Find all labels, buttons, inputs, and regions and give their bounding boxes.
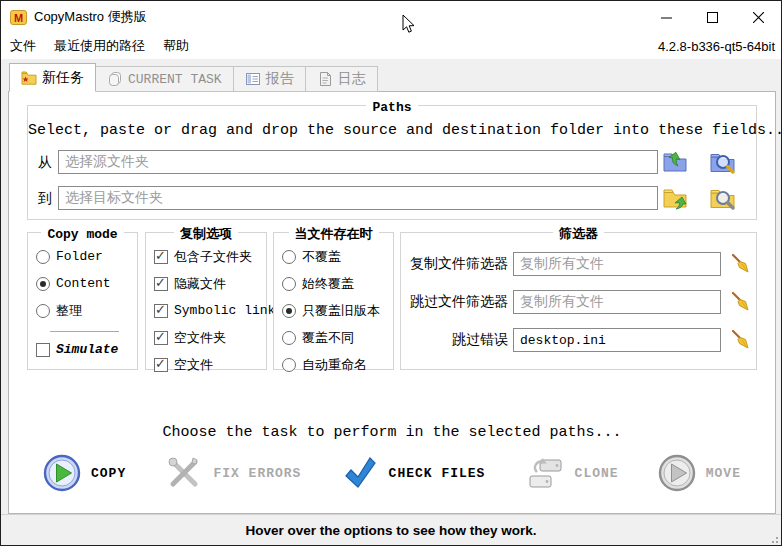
source-folder-input[interactable] bbox=[58, 150, 658, 174]
tab-report[interactable]: 报告 bbox=[234, 66, 306, 92]
version-label: 4.2.8-b336-qt5-64bit bbox=[658, 39, 775, 54]
filters-groupbox: 筛选器 复制文件筛选器 跳过文件筛选器 bbox=[400, 232, 757, 370]
radio-icon bbox=[36, 250, 50, 264]
file-exists-groupbox: 当文件存在时 不覆盖 始终覆盖 只覆盖旧版本 覆盖不同 bbox=[273, 232, 394, 370]
clear-skip-errors-button[interactable] bbox=[729, 328, 753, 352]
skip-filter-label: 跳过文件筛选器 bbox=[407, 293, 508, 311]
new-task-folder-star-icon bbox=[21, 70, 37, 86]
radio-no-overwrite[interactable]: 不覆盖 bbox=[282, 246, 389, 267]
close-button[interactable] bbox=[735, 1, 781, 33]
task-instruction: Choose the task to perform in the select… bbox=[9, 424, 775, 441]
paste-source-button[interactable] bbox=[661, 147, 691, 177]
copy-filter-label: 复制文件筛选器 bbox=[407, 255, 508, 273]
checkbox-simulate[interactable]: Simulate bbox=[36, 339, 133, 360]
to-label: 到 bbox=[38, 190, 52, 208]
paths-group-title: Paths bbox=[366, 100, 417, 115]
browse-source-button[interactable] bbox=[709, 147, 739, 177]
window-controls bbox=[643, 1, 781, 33]
checkbox-checked-icon bbox=[154, 304, 168, 318]
radio-icon bbox=[282, 250, 296, 264]
radio-organize[interactable]: 整理 bbox=[36, 300, 133, 321]
broom-icon bbox=[729, 253, 751, 275]
blue-checkmark-icon bbox=[341, 454, 379, 492]
fix-errors-task-button[interactable]: FIX ERRORS bbox=[159, 450, 307, 496]
report-icon bbox=[245, 71, 261, 87]
menu-file[interactable]: 文件 bbox=[1, 33, 45, 59]
copy-task-button[interactable]: COPY bbox=[37, 450, 132, 496]
menu-help[interactable]: 帮助 bbox=[154, 33, 198, 59]
svg-text:M: M bbox=[14, 11, 23, 23]
source-path-row: 从 bbox=[28, 150, 756, 176]
checkbox-empty-files[interactable]: 空文件 bbox=[154, 354, 262, 375]
radio-icon bbox=[282, 358, 296, 372]
checkbox-empty-folders[interactable]: 空文件夹 bbox=[154, 327, 262, 348]
clear-skip-filter-button[interactable] bbox=[729, 290, 753, 314]
clear-copy-filter-button[interactable] bbox=[729, 252, 753, 276]
broom-icon bbox=[729, 329, 751, 351]
checkbox-symbolic-links[interactable]: Symbolic links bbox=[154, 300, 262, 321]
radio-overwrite-different[interactable]: 覆盖不同 bbox=[282, 327, 389, 348]
checkbox-include-subfolders[interactable]: 包含子文件夹 bbox=[154, 246, 262, 267]
move-task-button[interactable]: MOVE bbox=[652, 450, 747, 496]
tab-pane: Paths Select, paste or drag and drop the… bbox=[8, 91, 776, 514]
tab-new-task[interactable]: 新任务 bbox=[9, 63, 96, 92]
tab-current-task[interactable]: CURRENT TASK bbox=[96, 66, 234, 92]
destination-path-row: 到 bbox=[28, 186, 756, 212]
paths-instruction: Select, paste or drag and drop the sourc… bbox=[28, 122, 756, 139]
skip-errors-row: 跳过错误 bbox=[407, 327, 750, 353]
app-logo-icon: M bbox=[10, 9, 27, 26]
destination-folder-input[interactable] bbox=[58, 186, 658, 210]
browse-destination-button[interactable] bbox=[709, 183, 739, 213]
folder-search-yellow-icon bbox=[709, 184, 737, 212]
radio-checked-icon bbox=[282, 304, 296, 318]
radio-always-overwrite[interactable]: 始终覆盖 bbox=[282, 273, 389, 294]
radio-auto-rename[interactable]: 自动重命名 bbox=[282, 354, 389, 375]
check-files-task-button[interactable]: CHECK FILES bbox=[335, 450, 492, 496]
status-message: Hover over the options to see how they w… bbox=[245, 523, 536, 538]
copy-mode-groupbox: Copy mode Folder Content 整理 Simulate bbox=[27, 232, 138, 370]
checkbox-hidden-files[interactable]: 隐藏文件 bbox=[154, 273, 262, 294]
menu-recent-paths[interactable]: 最近使用的路径 bbox=[45, 33, 154, 59]
title-bar: M CopyMastro 便携版 bbox=[1, 1, 781, 33]
tab-log[interactable]: 日志 bbox=[306, 66, 378, 92]
separator bbox=[50, 331, 119, 332]
radio-icon bbox=[282, 277, 296, 291]
tab-label: 日志 bbox=[338, 70, 366, 88]
skip-filter-row: 跳过文件筛选器 bbox=[407, 289, 750, 315]
tab-label: CURRENT TASK bbox=[128, 72, 222, 87]
paste-destination-button[interactable] bbox=[661, 183, 691, 213]
radio-icon bbox=[36, 304, 50, 318]
checkbox-checked-icon bbox=[154, 250, 168, 264]
copy-options-group-title: 复制选项 bbox=[174, 227, 238, 242]
status-bar: Hover over the options to see how they w… bbox=[1, 514, 781, 546]
app-window: M CopyMastro 便携版 文件 最近使用的路径 帮助 4.2.8-b33… bbox=[0, 0, 782, 546]
folder-search-blue-icon bbox=[709, 148, 737, 176]
task-button-row: COPY FIX ERRORS CHECK FILES bbox=[37, 444, 747, 502]
paths-groupbox: Paths Select, paste or drag and drop the… bbox=[27, 105, 757, 220]
folder-paste-blue-icon bbox=[661, 148, 689, 176]
radio-folder[interactable]: Folder bbox=[36, 246, 133, 267]
play-green-icon bbox=[43, 454, 81, 492]
window-title: CopyMastro 便携版 bbox=[34, 8, 147, 26]
radio-content[interactable]: Content bbox=[36, 273, 133, 294]
resize-grip[interactable] bbox=[768, 533, 778, 543]
copy-options-groupbox: 复制选项 包含子文件夹 隐藏文件 Symbolic links 空文件夹 bbox=[145, 232, 267, 370]
checkbox-checked-icon bbox=[154, 277, 168, 291]
skip-errors-input[interactable] bbox=[513, 328, 721, 352]
checkbox-checked-icon bbox=[154, 331, 168, 345]
pages-icon bbox=[107, 71, 123, 87]
copy-filter-row: 复制文件筛选器 bbox=[407, 251, 750, 277]
tab-label: 报告 bbox=[266, 70, 294, 88]
play-gray-icon bbox=[658, 454, 696, 492]
broom-icon bbox=[729, 291, 751, 313]
minimize-button[interactable] bbox=[643, 1, 689, 33]
copy-filter-input[interactable] bbox=[513, 252, 721, 276]
radio-overwrite-older[interactable]: 只覆盖旧版本 bbox=[282, 300, 389, 321]
log-icon bbox=[317, 71, 333, 87]
skip-filter-input[interactable] bbox=[513, 290, 721, 314]
crossed-tools-icon bbox=[165, 454, 203, 492]
checkbox-checked-icon bbox=[154, 358, 168, 372]
clone-task-button[interactable]: CLONE bbox=[519, 450, 625, 496]
maximize-button[interactable] bbox=[689, 1, 735, 33]
from-label: 从 bbox=[38, 154, 52, 172]
